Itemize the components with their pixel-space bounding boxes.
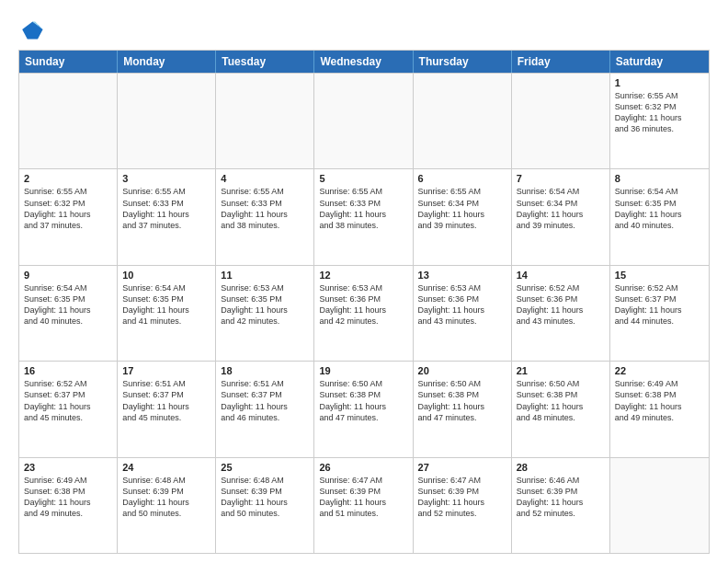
day-number: 10 — [122, 270, 210, 281]
day-info: Sunrise: 6:50 AM Sunset: 6:38 PM Dayligh… — [517, 378, 605, 423]
day-cell-20: 20Sunrise: 6:50 AM Sunset: 6:38 PM Dayli… — [414, 362, 512, 456]
day-cell-10: 10Sunrise: 6:54 AM Sunset: 6:35 PM Dayli… — [118, 266, 216, 361]
day-number: 13 — [418, 270, 506, 281]
day-cell-28: 28Sunrise: 6:46 AM Sunset: 6:39 PM Dayli… — [512, 458, 610, 553]
day-cell-18: 18Sunrise: 6:51 AM Sunset: 6:37 PM Dayli… — [216, 362, 314, 456]
week-row-3: 16Sunrise: 6:52 AM Sunset: 6:37 PM Dayli… — [19, 361, 709, 456]
day-info: Sunrise: 6:49 AM Sunset: 6:38 PM Dayligh… — [24, 475, 112, 520]
day-cell-6: 6Sunrise: 6:55 AM Sunset: 6:34 PM Daylig… — [414, 169, 512, 264]
day-number: 7 — [517, 173, 605, 184]
day-cell-26: 26Sunrise: 6:47 AM Sunset: 6:39 PM Dayli… — [314, 458, 413, 553]
empty-cell — [216, 74, 314, 168]
day-number: 22 — [615, 365, 704, 376]
day-cell-23: 23Sunrise: 6:49 AM Sunset: 6:38 PM Dayli… — [19, 458, 118, 553]
header-day-monday: Monday — [118, 51, 216, 73]
header-day-saturday: Saturday — [610, 51, 709, 73]
day-cell-2: 2Sunrise: 6:55 AM Sunset: 6:32 PM Daylig… — [19, 169, 118, 264]
calendar-header: SundayMondayTuesdayWednesdayThursdayFrid… — [19, 51, 709, 73]
day-cell-13: 13Sunrise: 6:53 AM Sunset: 6:36 PM Dayli… — [414, 266, 512, 361]
day-cell-1: 1Sunrise: 6:55 AM Sunset: 6:32 PM Daylig… — [610, 74, 709, 168]
day-info: Sunrise: 6:52 AM Sunset: 6:37 PM Dayligh… — [24, 378, 112, 423]
day-info: Sunrise: 6:54 AM Sunset: 6:35 PM Dayligh… — [24, 282, 112, 327]
day-cell-25: 25Sunrise: 6:48 AM Sunset: 6:39 PM Dayli… — [216, 458, 314, 553]
day-cell-14: 14Sunrise: 6:52 AM Sunset: 6:36 PM Dayli… — [512, 266, 610, 361]
calendar-page: SundayMondayTuesdayWednesdayThursdayFrid… — [0, 0, 728, 563]
day-info: Sunrise: 6:54 AM Sunset: 6:35 PM Dayligh… — [122, 282, 210, 327]
day-info: Sunrise: 6:47 AM Sunset: 6:39 PM Dayligh… — [418, 475, 506, 520]
logo — [18, 17, 48, 42]
week-row-2: 9Sunrise: 6:54 AM Sunset: 6:35 PM Daylig… — [19, 265, 709, 361]
day-info: Sunrise: 6:55 AM Sunset: 6:33 PM Dayligh… — [221, 186, 309, 231]
day-info: Sunrise: 6:54 AM Sunset: 6:34 PM Dayligh… — [517, 186, 605, 231]
day-number: 8 — [615, 173, 704, 184]
day-cell-27: 27Sunrise: 6:47 AM Sunset: 6:39 PM Dayli… — [414, 458, 512, 553]
day-cell-21: 21Sunrise: 6:50 AM Sunset: 6:38 PM Dayli… — [512, 362, 610, 456]
day-cell-4: 4Sunrise: 6:55 AM Sunset: 6:33 PM Daylig… — [216, 169, 314, 264]
day-number: 17 — [122, 365, 210, 376]
day-number: 2 — [24, 173, 112, 184]
empty-cell — [610, 458, 709, 553]
day-cell-7: 7Sunrise: 6:54 AM Sunset: 6:34 PM Daylig… — [512, 169, 610, 264]
day-cell-19: 19Sunrise: 6:50 AM Sunset: 6:38 PM Dayli… — [314, 362, 413, 456]
week-row-4: 23Sunrise: 6:49 AM Sunset: 6:38 PM Dayli… — [19, 457, 709, 553]
day-number: 18 — [221, 365, 309, 376]
day-cell-11: 11Sunrise: 6:53 AM Sunset: 6:35 PM Dayli… — [216, 266, 314, 361]
day-number: 6 — [418, 173, 506, 184]
day-number: 26 — [319, 462, 407, 473]
header-day-friday: Friday — [512, 51, 610, 73]
day-number: 15 — [615, 270, 704, 281]
day-info: Sunrise: 6:55 AM Sunset: 6:32 PM Dayligh… — [24, 186, 112, 231]
empty-cell — [314, 74, 413, 168]
day-info: Sunrise: 6:52 AM Sunset: 6:36 PM Dayligh… — [517, 282, 605, 327]
day-number: 12 — [319, 270, 407, 281]
day-number: 28 — [517, 462, 605, 473]
day-info: Sunrise: 6:49 AM Sunset: 6:38 PM Dayligh… — [615, 378, 704, 423]
day-info: Sunrise: 6:50 AM Sunset: 6:38 PM Dayligh… — [418, 378, 506, 423]
empty-cell — [512, 74, 610, 168]
day-number: 14 — [517, 270, 605, 281]
day-info: Sunrise: 6:51 AM Sunset: 6:37 PM Dayligh… — [122, 378, 210, 423]
week-row-1: 2Sunrise: 6:55 AM Sunset: 6:32 PM Daylig… — [19, 168, 709, 264]
day-number: 1 — [615, 77, 704, 88]
day-cell-17: 17Sunrise: 6:51 AM Sunset: 6:37 PM Dayli… — [118, 362, 216, 456]
header-day-sunday: Sunday — [19, 51, 118, 73]
day-info: Sunrise: 6:55 AM Sunset: 6:34 PM Dayligh… — [418, 186, 506, 231]
day-cell-9: 9Sunrise: 6:54 AM Sunset: 6:35 PM Daylig… — [19, 266, 118, 361]
day-number: 25 — [221, 462, 309, 473]
day-cell-12: 12Sunrise: 6:53 AM Sunset: 6:36 PM Dayli… — [314, 266, 413, 361]
day-info: Sunrise: 6:50 AM Sunset: 6:38 PM Dayligh… — [319, 378, 407, 423]
day-cell-8: 8Sunrise: 6:54 AM Sunset: 6:35 PM Daylig… — [610, 169, 709, 264]
day-number: 19 — [319, 365, 407, 376]
day-cell-22: 22Sunrise: 6:49 AM Sunset: 6:38 PM Dayli… — [610, 362, 709, 456]
day-number: 27 — [418, 462, 506, 473]
day-info: Sunrise: 6:48 AM Sunset: 6:39 PM Dayligh… — [221, 475, 309, 520]
day-cell-24: 24Sunrise: 6:48 AM Sunset: 6:39 PM Dayli… — [118, 458, 216, 553]
day-info: Sunrise: 6:53 AM Sunset: 6:36 PM Dayligh… — [418, 282, 506, 327]
day-number: 20 — [418, 365, 506, 376]
header-day-thursday: Thursday — [414, 51, 512, 73]
day-number: 5 — [319, 173, 407, 184]
day-cell-15: 15Sunrise: 6:52 AM Sunset: 6:37 PM Dayli… — [610, 266, 709, 361]
day-info: Sunrise: 6:55 AM Sunset: 6:33 PM Dayligh… — [319, 186, 407, 231]
day-info: Sunrise: 6:48 AM Sunset: 6:39 PM Dayligh… — [122, 475, 210, 520]
calendar: SundayMondayTuesdayWednesdayThursdayFrid… — [18, 50, 710, 554]
week-row-0: 1Sunrise: 6:55 AM Sunset: 6:32 PM Daylig… — [19, 73, 709, 168]
empty-cell — [118, 74, 216, 168]
page-header — [18, 17, 710, 42]
day-number: 21 — [517, 365, 605, 376]
logo-icon — [18, 17, 44, 42]
empty-cell — [414, 74, 512, 168]
empty-cell — [19, 74, 118, 168]
day-info: Sunrise: 6:54 AM Sunset: 6:35 PM Dayligh… — [615, 186, 704, 231]
day-number: 9 — [24, 270, 112, 281]
day-info: Sunrise: 6:53 AM Sunset: 6:35 PM Dayligh… — [221, 282, 309, 327]
day-cell-5: 5Sunrise: 6:55 AM Sunset: 6:33 PM Daylig… — [314, 169, 413, 264]
day-info: Sunrise: 6:51 AM Sunset: 6:37 PM Dayligh… — [221, 378, 309, 423]
day-number: 24 — [122, 462, 210, 473]
day-info: Sunrise: 6:55 AM Sunset: 6:32 PM Dayligh… — [615, 90, 704, 135]
svg-marker-0 — [22, 22, 42, 40]
day-info: Sunrise: 6:47 AM Sunset: 6:39 PM Dayligh… — [319, 475, 407, 520]
day-cell-16: 16Sunrise: 6:52 AM Sunset: 6:37 PM Dayli… — [19, 362, 118, 456]
day-number: 16 — [24, 365, 112, 376]
day-number: 23 — [24, 462, 112, 473]
